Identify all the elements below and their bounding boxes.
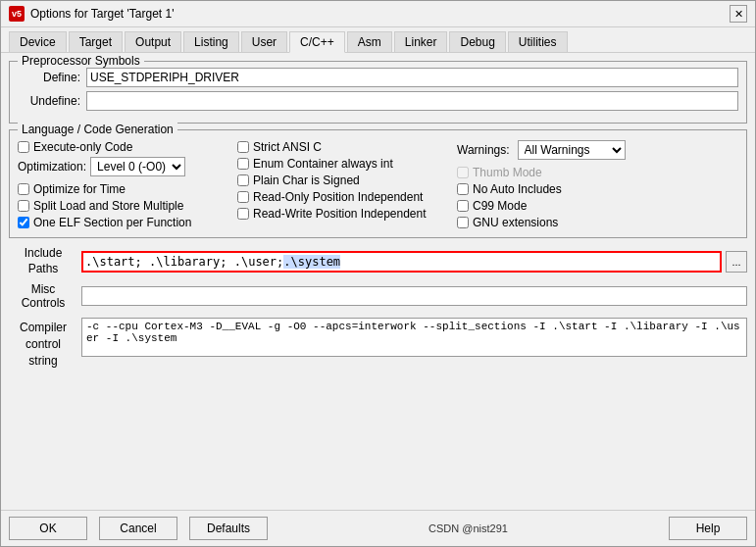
tab-utilities[interactable]: Utilities — [508, 31, 568, 52]
include-normal-text: .\start; .\libarary; .\user; — [85, 255, 283, 269]
enum-container-checkbox[interactable] — [237, 158, 249, 170]
language-group: Language / Code Generation Execute-only … — [9, 129, 747, 238]
preprocessor-title: Preprocessor Symbols — [18, 54, 144, 68]
include-paths-display[interactable]: .\start; .\libarary; .\user; .\system — [81, 251, 722, 273]
footer: OK Cancel Defaults CSDN @nist291 Help — [1, 510, 755, 546]
read-only-row: Read-Only Position Independent — [237, 190, 453, 204]
plain-char-checkbox[interactable] — [237, 174, 249, 186]
optimization-select[interactable]: Level 0 (-O0) Level 1 (-O1) Level 2 (-O2… — [90, 157, 185, 176]
include-highlighted-text: .\system — [283, 255, 340, 269]
thumb-mode-checkbox[interactable] — [457, 167, 469, 178]
optimize-time-row: Optimize for Time — [18, 182, 233, 196]
warnings-select[interactable]: All Warnings No Warnings — [518, 140, 626, 160]
preprocessor-group: Preprocessor Symbols Define: Undefine: — [9, 61, 747, 124]
one-elf-row: One ELF Section per Function — [18, 216, 233, 229]
warnings-label: Warnings: — [457, 143, 510, 157]
compiler-control-text: -c --cpu Cortex-M3 -D__EVAL -g -O0 --apc… — [81, 318, 747, 357]
gnu-extensions-row: GNU extensions — [457, 216, 738, 229]
tab-debug[interactable]: Debug — [449, 31, 505, 52]
optimize-time-checkbox[interactable] — [18, 183, 29, 195]
footer-buttons: OK Cancel Defaults — [9, 517, 268, 540]
execute-only-label: Execute-only Code — [33, 140, 132, 154]
tab-user[interactable]: User — [241, 31, 287, 52]
main-content: Preprocessor Symbols Define: Undefine: L… — [1, 53, 755, 510]
optimization-row: Optimization: Level 0 (-O0) Level 1 (-O1… — [18, 157, 233, 176]
include-paths-label: Include Paths — [9, 246, 77, 276]
close-button[interactable]: ✕ — [730, 5, 747, 23]
read-write-checkbox[interactable] — [237, 208, 249, 220]
read-write-row: Read-Write Position Independent — [237, 207, 453, 221]
tab-device[interactable]: Device — [9, 31, 67, 52]
defaults-button[interactable]: Defaults — [189, 517, 268, 540]
define-label: Define: — [18, 71, 86, 84]
plain-char-row: Plain Char is Signed — [237, 174, 453, 187]
tab-asm[interactable]: Asm — [347, 31, 392, 52]
gnu-extensions-checkbox[interactable] — [457, 217, 469, 228]
window-title: Options for Target 'Target 1' — [30, 7, 174, 21]
define-input[interactable] — [86, 68, 738, 87]
read-only-label: Read-Only Position Independent — [253, 190, 423, 204]
lang-col2: Strict ANSI C Enum Container always int … — [237, 140, 453, 229]
tab-cpp[interactable]: C/C++ — [289, 31, 345, 53]
no-auto-includes-row: No Auto Includes — [457, 182, 738, 196]
compiler-control-row: Compiler control string -c --cpu Cortex-… — [9, 318, 747, 369]
title-bar: v5 Options for Target 'Target 1' ✕ — [1, 1, 755, 27]
ok-button[interactable]: OK — [9, 517, 87, 540]
thumb-mode-label: Thumb Mode — [473, 166, 542, 179]
one-elf-label: One ELF Section per Function — [33, 216, 191, 229]
one-elf-checkbox[interactable] — [18, 217, 29, 228]
include-paths-row: Include Paths .\start; .\libarary; .\use… — [9, 246, 747, 276]
app-icon: v5 — [9, 6, 25, 22]
split-load-checkbox[interactable] — [18, 200, 29, 212]
c99-mode-label: C99 Mode — [473, 199, 527, 213]
misc-controls-input[interactable] — [81, 286, 747, 306]
misc-controls-label: Misc Controls — [9, 282, 77, 310]
tab-linker[interactable]: Linker — [394, 31, 448, 52]
tabs-bar: Device Target Output Listing User C/C++ … — [1, 27, 755, 53]
undefine-label: Undefine: — [18, 94, 86, 108]
read-only-checkbox[interactable] — [237, 191, 249, 203]
undefine-row: Undefine: — [18, 91, 738, 111]
no-auto-includes-label: No Auto Includes — [473, 182, 562, 196]
execute-only-row: Execute-only Code — [18, 140, 233, 154]
enum-container-label: Enum Container always int — [253, 157, 393, 171]
read-write-label: Read-Write Position Independent — [253, 207, 427, 221]
lang-col3: Warnings: All Warnings No Warnings Thumb… — [457, 140, 738, 229]
misc-controls-row: Misc Controls — [9, 282, 747, 310]
optimize-time-label: Optimize for Time — [33, 182, 126, 196]
tab-output[interactable]: Output — [125, 31, 181, 52]
optimization-label: Optimization: — [18, 160, 86, 174]
define-row: Define: — [18, 68, 738, 87]
language-title: Language / Code Generation — [18, 123, 177, 136]
warnings-row: Warnings: All Warnings No Warnings — [457, 140, 738, 160]
watermark-text: CSDN @nist291 — [428, 522, 508, 534]
gnu-extensions-label: GNU extensions — [473, 216, 558, 229]
no-auto-includes-checkbox[interactable] — [457, 183, 469, 195]
execute-only-checkbox[interactable] — [18, 141, 29, 153]
c99-mode-checkbox[interactable] — [457, 200, 469, 212]
include-input-container: .\start; .\libarary; .\user; .\system — [81, 251, 722, 273]
compiler-control-label: Compiler control string — [9, 318, 77, 369]
tab-target[interactable]: Target — [69, 31, 123, 52]
c99-mode-row: C99 Mode — [457, 199, 738, 213]
plain-char-label: Plain Char is Signed — [253, 174, 360, 187]
strict-ansi-row: Strict ANSI C — [237, 140, 453, 154]
tab-listing[interactable]: Listing — [183, 31, 239, 52]
title-bar-left: v5 Options for Target 'Target 1' — [9, 6, 174, 22]
help-button[interactable]: Help — [669, 517, 747, 540]
cancel-button[interactable]: Cancel — [99, 517, 177, 540]
strict-ansi-label: Strict ANSI C — [253, 140, 322, 154]
include-browse-button[interactable]: ... — [726, 251, 747, 273]
lang-col1: Execute-only Code Optimization: Level 0 … — [18, 140, 233, 229]
split-load-row: Split Load and Store Multiple — [18, 199, 233, 213]
thumb-mode-row: Thumb Mode — [457, 166, 738, 179]
enum-container-row: Enum Container always int — [237, 157, 453, 171]
undefine-input[interactable] — [86, 91, 738, 111]
main-window: v5 Options for Target 'Target 1' ✕ Devic… — [0, 0, 756, 547]
strict-ansi-checkbox[interactable] — [237, 141, 249, 153]
split-load-label: Split Load and Store Multiple — [33, 199, 183, 213]
